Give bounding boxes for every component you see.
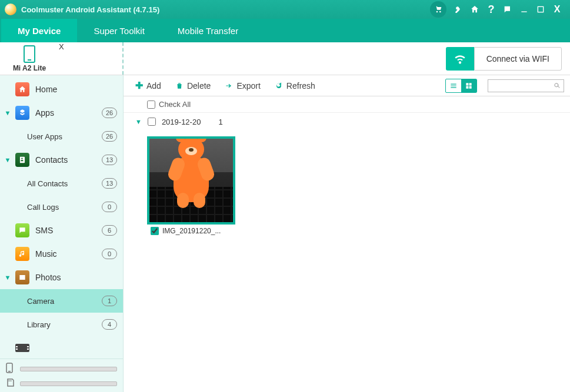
export-button[interactable]: Export bbox=[219, 79, 266, 93]
main-panel: ✚ Add Delete Export Refresh bbox=[124, 75, 570, 392]
group-checkbox[interactable] bbox=[148, 118, 156, 126]
tab-mobile-transfer[interactable]: Mobile Transfer bbox=[161, 19, 255, 42]
sidebar-item-label: Library bbox=[27, 320, 102, 329]
sidebar-item-contacts[interactable]: ▼ Contacts 13 bbox=[0, 148, 123, 172]
count-badge: 26 bbox=[102, 108, 117, 118]
grid-view-button[interactable] bbox=[461, 79, 476, 92]
sidebar-item-all-contacts[interactable]: All Contacts 13 bbox=[0, 172, 123, 195]
sms-icon bbox=[15, 223, 29, 237]
sidebar-item-label: User Apps bbox=[27, 132, 102, 141]
search-icon bbox=[553, 82, 561, 90]
key-icon bbox=[454, 5, 463, 14]
count-badge: 13 bbox=[102, 178, 117, 189]
thumb-checkbox[interactable] bbox=[151, 227, 159, 235]
sidebar-item-label: Contacts bbox=[35, 155, 102, 165]
tab-super-toolkit[interactable]: Super Toolkit bbox=[77, 19, 161, 42]
count-badge: 4 bbox=[102, 319, 117, 330]
svg-rect-0 bbox=[521, 11, 526, 12]
maximize-button[interactable] bbox=[532, 1, 549, 18]
device-close[interactable]: X bbox=[59, 42, 64, 75]
help-button[interactable]: ? bbox=[483, 1, 499, 18]
sidebar-item-sms[interactable]: SMS 6 bbox=[0, 219, 123, 242]
tab-my-device[interactable]: My Device bbox=[1, 19, 77, 42]
device-tab[interactable]: Mi A2 Lite bbox=[0, 42, 59, 75]
add-button[interactable]: ✚ Add bbox=[129, 78, 167, 93]
sub-header: Mi A2 Lite X Connect via WIFI bbox=[0, 42, 570, 75]
thumb-image bbox=[149, 139, 233, 222]
delete-button[interactable]: Delete bbox=[169, 79, 216, 93]
check-all-checkbox[interactable] bbox=[147, 100, 155, 109]
check-all-label: Check All bbox=[159, 100, 191, 109]
group-count: 1 bbox=[218, 118, 222, 126]
trash-icon bbox=[175, 82, 184, 90]
list-view-button[interactable] bbox=[446, 79, 461, 92]
photo-thumb[interactable]: IMG_20191220_... bbox=[147, 136, 235, 235]
close-button[interactable]: X bbox=[549, 1, 565, 18]
sidebar-item-label: Apps bbox=[35, 108, 102, 118]
wifi-area: Connect via WIFI bbox=[124, 42, 570, 75]
sidebar-item-call-logs[interactable]: Call Logs 0 bbox=[0, 195, 123, 219]
grid-icon bbox=[465, 82, 473, 90]
minimize-button[interactable] bbox=[516, 1, 532, 18]
list-icon bbox=[449, 82, 458, 90]
count-badge: 0 bbox=[102, 202, 117, 212]
check-all-row[interactable]: Check All bbox=[124, 96, 570, 113]
wifi-icon-box bbox=[446, 47, 474, 71]
storage-bar bbox=[20, 367, 117, 371]
device-name: Mi A2 Lite bbox=[13, 64, 46, 72]
thumb-frame bbox=[147, 136, 235, 225]
feedback-icon bbox=[503, 5, 512, 14]
sidebar-item-home[interactable]: Home bbox=[0, 78, 123, 101]
videos-icon bbox=[15, 341, 29, 355]
tool-label: Delete bbox=[187, 81, 211, 91]
count-badge: 26 bbox=[102, 131, 117, 142]
sidebar-item-label: All Contacts bbox=[27, 179, 102, 188]
feedback-button[interactable] bbox=[499, 1, 516, 18]
home-button[interactable] bbox=[466, 1, 483, 18]
thumb-filename: IMG_20191220_... bbox=[162, 227, 221, 235]
phone-storage-icon bbox=[6, 363, 15, 375]
sd-storage-icon bbox=[6, 378, 15, 388]
search-input[interactable] bbox=[491, 82, 553, 90]
chevron-down-icon: ▼ bbox=[4, 156, 12, 163]
view-toggle bbox=[445, 79, 477, 93]
arrow-right-icon bbox=[225, 82, 233, 90]
app-title: Coolmuster Android Assistant (4.7.15) bbox=[21, 5, 159, 14]
minimize-icon bbox=[519, 5, 529, 14]
plus-icon: ✚ bbox=[135, 80, 143, 91]
cart-button[interactable] bbox=[430, 1, 446, 18]
cart-icon bbox=[434, 5, 443, 14]
sidebar-item-videos[interactable] bbox=[0, 336, 123, 359]
sidebar-item-label: Camera bbox=[27, 297, 102, 306]
photos-icon bbox=[15, 270, 29, 284]
storage-internal bbox=[6, 363, 117, 375]
refresh-button[interactable]: Refresh bbox=[269, 79, 321, 93]
home-icon bbox=[15, 82, 29, 96]
count-badge: 0 bbox=[102, 249, 117, 259]
sidebar: Home ▼ Apps 26 User Apps 26 ▼ Contacts 1… bbox=[0, 75, 124, 392]
refresh-icon bbox=[275, 82, 283, 90]
sidebar-item-user-apps[interactable]: User Apps 26 bbox=[0, 125, 123, 148]
wifi-icon bbox=[452, 51, 468, 66]
connect-wifi-button[interactable]: Connect via WIFI bbox=[474, 47, 562, 71]
maximize-icon bbox=[536, 5, 545, 14]
music-icon bbox=[15, 247, 29, 261]
search-box[interactable] bbox=[488, 79, 564, 92]
sidebar-item-music[interactable]: Music 0 bbox=[0, 242, 123, 266]
sidebar-item-library[interactable]: Library 4 bbox=[0, 313, 123, 336]
count-badge: 13 bbox=[102, 155, 117, 165]
thumbnails: IMG_20191220_... bbox=[124, 130, 570, 241]
sidebar-item-photos[interactable]: ▼ Photos bbox=[0, 266, 123, 289]
app-logo bbox=[5, 4, 16, 15]
tool-label: Add bbox=[146, 81, 161, 91]
group-header[interactable]: ▼ 2019-12-20 1 bbox=[124, 113, 570, 130]
sidebar-item-camera[interactable]: Camera 1 bbox=[0, 289, 123, 313]
chevron-down-icon: ▼ bbox=[4, 109, 12, 116]
sidebar-item-label: Music bbox=[35, 249, 102, 259]
sidebar-item-label: Photos bbox=[35, 273, 117, 282]
chevron-down-icon: ▼ bbox=[4, 274, 12, 281]
apps-icon bbox=[15, 106, 29, 120]
sidebar-item-apps[interactable]: ▼ Apps 26 bbox=[0, 101, 123, 125]
main-tabs: My Device Super Toolkit Mobile Transfer bbox=[0, 19, 570, 42]
key-button[interactable] bbox=[450, 1, 466, 18]
